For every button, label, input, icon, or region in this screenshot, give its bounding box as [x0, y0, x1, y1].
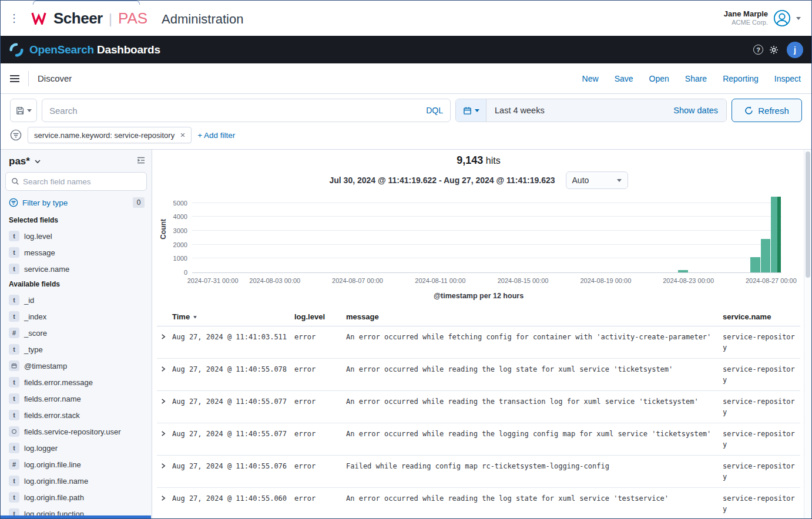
expand-row-icon[interactable]	[157, 461, 172, 482]
interval-select[interactable]: Auto	[566, 171, 628, 189]
x-tick-label: 2024-08-07 00:00	[323, 277, 393, 284]
field-item-fields.service-repository.user[interactable]: fields.service-repository.user	[5, 423, 147, 440]
user-avatar-icon[interactable]	[773, 9, 791, 27]
filter-pill[interactable]: service.name.keyword: service-repository	[28, 127, 192, 143]
histogram-chart: Count 0100020003000400050002024-07-31 00…	[157, 197, 799, 288]
collapse-sidebar-icon[interactable]	[136, 156, 146, 167]
field-name: log.origin.file.path	[24, 489, 84, 505]
histogram-bar[interactable]	[761, 239, 771, 272]
histogram-bar[interactable]	[750, 257, 760, 272]
refresh-button[interactable]: Refresh	[732, 99, 802, 122]
date-range-display[interactable]: Last 4 weeks Show dates	[486, 99, 726, 122]
cell-level: error	[294, 493, 346, 514]
nav-action-open[interactable]: Open	[649, 74, 669, 83]
field-name: _type	[24, 341, 43, 358]
sidebar-horizontal-scrollbar[interactable]	[1, 515, 151, 518]
x-tick-label: 2024-08-03 00:00	[240, 277, 310, 284]
histogram-bar[interactable]	[678, 270, 688, 272]
search-box: DQL	[42, 99, 451, 122]
field-item-log.origin.file.name[interactable]: tlog.origin.file.name	[5, 473, 147, 489]
pas-top-bar: ⋮ Scheer | PAS Administration Jane Marpl…	[1, 1, 811, 36]
histogram-bar[interactable]	[771, 197, 781, 272]
close-icon[interactable]	[180, 132, 186, 138]
field-item-log.origin.file.line[interactable]: #log.origin.file.line	[5, 456, 147, 473]
avatar[interactable]: j	[787, 42, 803, 58]
expand-row-icon[interactable]	[157, 396, 172, 417]
hits-label: hits	[486, 156, 501, 166]
field-item-log.origin.file.path[interactable]: tlog.origin.file.path	[5, 489, 147, 505]
field-item-fields.error.name[interactable]: tfields.error.name	[5, 390, 147, 407]
vertical-scrollbar[interactable]	[804, 150, 811, 518]
x-tick-label: 2024-08-27 00:00	[736, 277, 806, 284]
cell-service: service-repository	[723, 396, 800, 417]
filter-icon[interactable]	[10, 129, 22, 141]
nav-action-reporting[interactable]: Reporting	[723, 74, 759, 83]
save-query-icon	[16, 106, 25, 115]
query-language-button[interactable]: DQL	[426, 106, 443, 115]
filter-count-badge: 0	[133, 197, 145, 208]
field-item-@timestamp[interactable]: @timestamp	[5, 358, 147, 374]
field-item-_score[interactable]: #_score	[5, 325, 147, 341]
field-item-service.name[interactable]: tservice.name	[5, 261, 147, 277]
expand-row-icon[interactable]	[157, 332, 172, 353]
number-field-icon: #	[9, 328, 19, 338]
show-dates-button[interactable]: Show dates	[673, 106, 718, 115]
field-name: log.level	[24, 228, 52, 244]
x-tick-label: 2024-08-19 00:00	[571, 277, 641, 284]
brand: Scheer | PAS Administration	[31, 9, 243, 28]
user-menu[interactable]: Jane Marple ACME Corp.	[724, 9, 801, 27]
help-icon[interactable]: ?	[753, 45, 763, 55]
chevron-down-icon	[27, 109, 32, 112]
field-item-log.logger[interactable]: tlog.logger	[5, 440, 147, 456]
quick-select-button[interactable]	[456, 99, 486, 122]
filter-by-type-button[interactable]: Filter by type 0	[5, 196, 147, 213]
field-name: fields.error.message	[24, 374, 93, 390]
field-item-_type[interactable]: t_type	[5, 341, 147, 358]
hamburger-menu-icon[interactable]	[10, 75, 19, 82]
column-header-service[interactable]: service.name	[723, 312, 800, 321]
filter-by-type-label: Filter by type	[22, 198, 68, 207]
app-title: Discover	[38, 73, 72, 83]
kebab-menu-icon[interactable]: ⋮	[9, 13, 19, 23]
expand-column-header	[157, 312, 172, 321]
cell-time: Aug 27, 2024 @ 11:40:55.077	[172, 429, 294, 450]
cell-level: error	[294, 396, 346, 417]
field-search-input[interactable]	[23, 177, 141, 186]
field-item-message[interactable]: tmessage	[5, 244, 147, 261]
field-item-_index[interactable]: t_index	[5, 308, 147, 325]
nav-action-share[interactable]: Share	[685, 74, 707, 83]
search-icon	[11, 177, 19, 186]
search-input[interactable]	[49, 106, 421, 116]
saved-query-button[interactable]	[10, 99, 37, 122]
field-name: fields.service-repository.user	[24, 423, 120, 440]
index-pattern-selector[interactable]: pas*	[9, 156, 41, 167]
expand-row-icon[interactable]	[157, 364, 172, 385]
field-item-log.level[interactable]: tlog.level	[5, 228, 147, 244]
expand-row-icon[interactable]	[157, 429, 172, 450]
refresh-label: Refresh	[758, 106, 789, 116]
string-field-icon: t	[9, 311, 19, 322]
column-header-time[interactable]: Time	[172, 312, 294, 321]
column-header-message[interactable]: message	[346, 312, 723, 321]
field-item-fields.error.stack[interactable]: tfields.error.stack	[5, 407, 147, 423]
field-name: _index	[24, 308, 46, 325]
field-item-fields.error.message[interactable]: tfields.error.message	[5, 374, 147, 390]
selected-fields-list: tlog.leveltmessagetservice.name	[5, 228, 147, 277]
field-name: log.logger	[24, 440, 58, 456]
expand-row-icon[interactable]	[157, 493, 172, 514]
nav-action-new[interactable]: New	[582, 74, 599, 83]
cell-time: Aug 27, 2024 @ 11:40:55.078	[172, 364, 294, 385]
field-item-_id[interactable]: t_id	[5, 292, 147, 308]
x-tick-label: 2024-08-11 00:00	[405, 277, 475, 284]
chevron-down-icon	[475, 109, 479, 112]
nav-action-save[interactable]: Save	[615, 74, 633, 83]
number-field-icon: #	[9, 459, 19, 470]
add-filter-button[interactable]: + Add filter	[197, 131, 235, 140]
cell-service: service-repository	[723, 493, 800, 514]
gear-icon[interactable]	[769, 45, 779, 55]
filter-bar: service.name.keyword: service-repository…	[1, 127, 811, 150]
column-header-level[interactable]: log.level	[294, 312, 346, 321]
nav-action-inspect[interactable]: Inspect	[774, 74, 801, 83]
scrollbar-thumb[interactable]	[806, 151, 810, 278]
user-org: ACME Corp.	[724, 19, 768, 27]
